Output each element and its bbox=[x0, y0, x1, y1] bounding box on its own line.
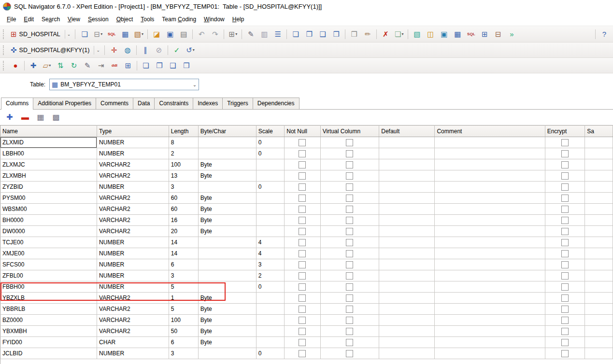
not-null-cell[interactable] bbox=[285, 259, 320, 270]
type-cell[interactable]: VARCHAR2 bbox=[97, 293, 169, 304]
not-null-checkbox[interactable] bbox=[299, 206, 306, 213]
promote-object-icon[interactable]: ❑ bbox=[316, 28, 329, 41]
scale-cell[interactable] bbox=[256, 159, 285, 170]
length-cell[interactable]: 100 bbox=[169, 315, 198, 326]
not-null-checkbox[interactable] bbox=[299, 195, 306, 202]
type-cell[interactable]: NUMBER bbox=[97, 248, 169, 259]
virtual-column-cell[interactable] bbox=[320, 215, 379, 226]
menu-item-window[interactable]: Window bbox=[200, 14, 228, 25]
comment-cell[interactable] bbox=[435, 148, 545, 159]
encrypt-checkbox[interactable] bbox=[561, 261, 569, 268]
reorder-icon[interactable]: ⇅ bbox=[54, 59, 67, 72]
comment-cell[interactable] bbox=[435, 337, 545, 348]
name-cell[interactable]: ZLXMBH bbox=[0, 170, 97, 182]
column-header-encrypt[interactable]: Encrypt bbox=[545, 126, 585, 137]
encrypt-cell[interactable] bbox=[545, 170, 585, 182]
not-null-checkbox[interactable] bbox=[299, 283, 306, 291]
not-null-checkbox[interactable] bbox=[299, 339, 306, 346]
encrypt-checkbox[interactable] bbox=[561, 139, 569, 146]
name-cell[interactable]: DW0000 bbox=[0, 226, 97, 237]
type-cell[interactable]: VARCHAR2 bbox=[97, 215, 169, 226]
tab-constraints[interactable]: Constraints bbox=[154, 98, 193, 109]
length-cell[interactable]: 60 bbox=[169, 204, 198, 215]
image-icon[interactable]: ▧ bbox=[410, 28, 424, 41]
tab-dependencies[interactable]: Dependencies bbox=[253, 98, 299, 109]
length-cell[interactable]: 16 bbox=[169, 215, 198, 226]
table-row[interactable]: ZFBL00NUMBER32 bbox=[0, 270, 613, 281]
encrypt-cell[interactable] bbox=[545, 259, 585, 270]
tab-triggers[interactable]: Triggers bbox=[222, 98, 253, 109]
byte-char-cell[interactable] bbox=[198, 182, 256, 193]
byte-char-cell[interactable] bbox=[198, 248, 256, 259]
not-null-checkbox[interactable] bbox=[299, 306, 306, 313]
scale-cell[interactable] bbox=[256, 193, 285, 204]
scale-cell[interactable] bbox=[256, 326, 285, 337]
column-header-sa[interactable]: Sa bbox=[585, 126, 613, 137]
table-row[interactable]: YBXMBHVARCHAR250Byte bbox=[0, 326, 613, 337]
fast-run-icon[interactable]: » bbox=[505, 28, 518, 41]
name-cell[interactable]: YBBRLB bbox=[0, 304, 97, 315]
encrypt-cell[interactable] bbox=[545, 237, 585, 248]
virtual-column-checkbox[interactable] bbox=[346, 239, 353, 246]
scale-cell[interactable] bbox=[256, 215, 285, 226]
data-grid-icon[interactable]: ▦ bbox=[118, 28, 132, 41]
type-cell[interactable]: NUMBER bbox=[97, 259, 169, 270]
not-null-cell[interactable] bbox=[285, 304, 320, 315]
virtual-column-cell[interactable] bbox=[320, 226, 379, 237]
redo-icon[interactable]: ↷ bbox=[208, 28, 222, 41]
refresh-icon[interactable]: ↻ bbox=[67, 59, 81, 72]
default-cell[interactable] bbox=[379, 193, 435, 204]
encrypt-checkbox[interactable] bbox=[561, 172, 569, 180]
virtual-column-checkbox[interactable] bbox=[346, 161, 353, 168]
type-cell[interactable]: VARCHAR2 bbox=[97, 326, 169, 337]
length-cell[interactable]: 100 bbox=[169, 159, 198, 170]
name-cell[interactable]: FBBH00 bbox=[0, 281, 97, 293]
table-row[interactable]: YBBRLBVARCHAR25Byte bbox=[0, 304, 613, 315]
toolbar-grip[interactable] bbox=[3, 29, 6, 39]
encrypt-checkbox[interactable] bbox=[561, 272, 569, 280]
type-cell[interactable]: NUMBER bbox=[97, 270, 169, 281]
show-ddl-icon[interactable]: ddl bbox=[108, 59, 121, 72]
tab-comments[interactable]: Comments bbox=[96, 98, 133, 109]
column-header-byte-char[interactable]: Byte/Char bbox=[198, 126, 256, 137]
scale-cell[interactable]: 0 bbox=[256, 137, 285, 148]
scale-cell[interactable] bbox=[256, 170, 285, 182]
virtual-column-checkbox[interactable] bbox=[346, 283, 353, 291]
not-null-cell[interactable] bbox=[285, 248, 320, 259]
menu-item-view[interactable]: View bbox=[64, 14, 84, 25]
not-null-checkbox[interactable] bbox=[299, 183, 306, 191]
byte-char-cell[interactable]: Byte bbox=[198, 315, 256, 326]
type-cell[interactable]: VARCHAR2 bbox=[97, 315, 169, 326]
comment-cell[interactable] bbox=[435, 193, 545, 204]
salt-cell[interactable] bbox=[585, 337, 613, 348]
not-null-checkbox[interactable] bbox=[299, 172, 306, 180]
go-to-icon[interactable]: ⇥ bbox=[94, 59, 108, 72]
session-dropdown-icon[interactable]: ⌄ bbox=[65, 30, 71, 39]
default-cell[interactable] bbox=[379, 137, 435, 148]
not-null-checkbox[interactable] bbox=[299, 239, 306, 246]
save-file-icon[interactable]: ▣ bbox=[163, 28, 177, 41]
scale-cell[interactable]: 4 bbox=[256, 248, 285, 259]
table-row[interactable]: ZLXMBHVARCHAR213Byte bbox=[0, 170, 613, 182]
default-cell[interactable] bbox=[379, 304, 435, 315]
type-cell[interactable]: NUMBER bbox=[97, 348, 169, 359]
not-null-cell[interactable] bbox=[285, 237, 320, 248]
length-cell[interactable]: 20 bbox=[169, 226, 198, 237]
virtual-column-cell[interactable] bbox=[320, 293, 379, 304]
code-analysis-dropdown-icon[interactable]: ❏▾ bbox=[392, 28, 406, 41]
byte-char-cell[interactable]: Byte bbox=[198, 215, 256, 226]
column-header-length[interactable]: Length bbox=[169, 126, 198, 137]
virtual-column-cell[interactable] bbox=[320, 170, 379, 182]
encrypt-cell[interactable] bbox=[545, 148, 585, 159]
not-null-cell[interactable] bbox=[285, 215, 320, 226]
comment-cell[interactable] bbox=[435, 259, 545, 270]
virtual-column-cell[interactable] bbox=[320, 348, 379, 359]
comment-cell[interactable] bbox=[435, 137, 545, 148]
copy-object-icon[interactable]: ❏ bbox=[139, 59, 153, 72]
scale-cell[interactable] bbox=[256, 337, 285, 348]
salt-cell[interactable] bbox=[585, 226, 613, 237]
tab-columns[interactable]: Columns bbox=[1, 98, 33, 110]
not-null-cell[interactable] bbox=[285, 137, 320, 148]
view-object-icon[interactable]: ❐ bbox=[153, 59, 166, 72]
virtual-column-checkbox[interactable] bbox=[346, 206, 353, 213]
